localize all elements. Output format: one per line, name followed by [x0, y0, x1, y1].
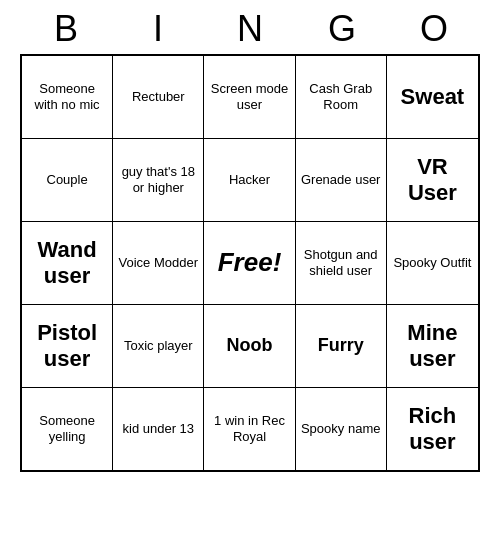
cell-0-3: Cash Grab Room	[296, 56, 387, 138]
letter-i: I	[118, 8, 198, 50]
cell-4-1: kid under 13	[113, 388, 204, 470]
cell-0-0: Someone with no mic	[22, 56, 113, 138]
cell-3-0: Pistol user	[22, 305, 113, 387]
letter-b: B	[26, 8, 106, 50]
cell-4-3: Spooky name	[296, 388, 387, 470]
bingo-row: Couple guy that's 18 or higher Hacker Gr…	[22, 139, 478, 222]
cell-1-1: guy that's 18 or higher	[113, 139, 204, 221]
cell-3-3: Furry	[296, 305, 387, 387]
bingo-grid: Someone with no mic Rectuber Screen mode…	[20, 54, 480, 472]
bingo-row: Pistol user Toxic player Noob Furry Mine…	[22, 305, 478, 388]
bingo-row: Wand user Voice Modder Free! Shotgun and…	[22, 222, 478, 305]
cell-1-0: Couple	[22, 139, 113, 221]
bingo-title-row: B I N G O	[20, 0, 480, 54]
cell-2-0: Wand user	[22, 222, 113, 304]
cell-2-1: Voice Modder	[113, 222, 204, 304]
letter-n: N	[210, 8, 290, 50]
cell-2-4: Spooky Outfit	[387, 222, 478, 304]
cell-1-2: Hacker	[204, 139, 295, 221]
letter-g: G	[302, 8, 382, 50]
cell-0-1: Rectuber	[113, 56, 204, 138]
cell-2-2-free: Free!	[204, 222, 295, 304]
cell-0-2: Screen mode user	[204, 56, 295, 138]
bingo-row: Someone with no mic Rectuber Screen mode…	[22, 56, 478, 139]
cell-4-4: Rich user	[387, 388, 478, 470]
cell-1-3: Grenade user	[296, 139, 387, 221]
cell-4-2: 1 win in Rec Royal	[204, 388, 295, 470]
cell-0-4: Sweat	[387, 56, 478, 138]
bingo-row: Someone yelling kid under 13 1 win in Re…	[22, 388, 478, 470]
cell-3-4: Mine user	[387, 305, 478, 387]
cell-3-2: Noob	[204, 305, 295, 387]
cell-1-4: VR User	[387, 139, 478, 221]
cell-4-0: Someone yelling	[22, 388, 113, 470]
letter-o: O	[394, 8, 474, 50]
cell-2-3: Shotgun and shield user	[296, 222, 387, 304]
cell-3-1: Toxic player	[113, 305, 204, 387]
